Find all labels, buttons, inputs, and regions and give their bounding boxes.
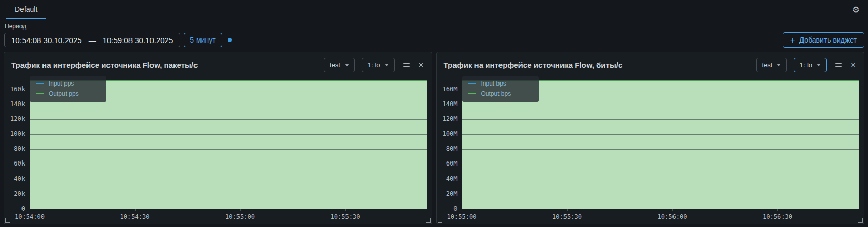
y-tick-label: 20k [14, 190, 25, 197]
x-tick-label: 10:54:00 [15, 213, 45, 220]
tab-label: Default [15, 5, 37, 13]
x-tick-label: 10:56:30 [763, 213, 792, 220]
panel-title: Трафик на интерфейсе источника Flow, бит… [444, 60, 749, 69]
y-tick-label: 120M [443, 115, 458, 122]
chevron-down-icon [777, 64, 781, 66]
gridline [30, 119, 427, 120]
y-tick-label: 160M [443, 86, 458, 93]
legend-item[interactable]: Output pps [36, 90, 98, 97]
plot-area[interactable]: Input bpsOutput bps [462, 80, 859, 209]
y-tick-label: 140M [443, 100, 458, 108]
gridline [30, 149, 427, 150]
y-tick-label: 100k [10, 130, 25, 137]
period-separator: — [89, 36, 96, 45]
gridline [30, 179, 427, 179]
panel-header: Трафик на интерфейсе источника Flow, пак… [4, 52, 432, 73]
y-tick-label: 0 [453, 205, 457, 212]
plot-area[interactable]: Input ppsOutput pps [30, 80, 427, 209]
gridline [462, 164, 859, 164]
gridline [30, 194, 427, 194]
gridline [462, 134, 859, 135]
legend-swatch-icon [36, 83, 44, 84]
legend-item[interactable]: Input bps [468, 80, 531, 87]
y-tick-label: 60k [14, 160, 25, 167]
x-axis-labels: 10:54:0010:54:3010:55:0010:55:3010:5 [30, 213, 427, 221]
source-select[interactable]: test [756, 58, 787, 72]
x-tick-mark [345, 209, 346, 211]
x-axis-labels: 10:55:0010:55:3010:56:0010:56:3010:5 [462, 213, 859, 221]
gridline [30, 105, 427, 105]
gridline [30, 134, 427, 135]
source-select-value: test [330, 61, 340, 69]
widget-panel-bps: Трафик на интерфейсе источника Flow, бит… [436, 52, 865, 224]
y-tick-label: 120k [10, 115, 25, 122]
chevron-down-icon [345, 64, 349, 66]
widget-panels: Трафик на интерфейсе источника Flow, пак… [0, 52, 868, 224]
interface-select[interactable]: 1: lo [794, 58, 827, 72]
gear-icon[interactable]: ⚙ [852, 5, 860, 15]
y-tick-label: 140k [10, 100, 25, 108]
resize-handle-bottom-right[interactable] [858, 218, 863, 223]
close-icon[interactable]: × [851, 60, 856, 69]
period-from: 10:54:08 30.10.2025 [11, 36, 82, 45]
drag-handle-icon[interactable] [835, 63, 842, 67]
source-select[interactable]: test [324, 58, 355, 72]
add-widget-label: Добавить виджет [799, 36, 857, 44]
y-tick-label: 80M [446, 145, 458, 152]
legend-label: Output pps [49, 90, 79, 97]
gridline [462, 105, 859, 105]
tabbar-spacer [46, 0, 852, 19]
x-axis-ticks [462, 209, 859, 211]
legend-swatch-icon [36, 93, 44, 94]
interface-select[interactable]: 1: lo [362, 58, 395, 72]
drag-handle-icon[interactable] [403, 63, 410, 67]
legend: Input bpsOutput bps [462, 76, 539, 102]
x-tick-label: 10:55:30 [552, 213, 582, 220]
resize-handle-bottom-left[interactable] [5, 218, 10, 223]
interface-select-value: 1: lo [799, 61, 812, 69]
x-tick-mark [135, 209, 136, 211]
x-tick-label: 10:55:30 [331, 213, 360, 220]
chevron-down-icon [385, 64, 389, 66]
toolbar: Период 10:54:08 30.10.2025 — 10:59:08 30… [0, 19, 868, 52]
resize-handle-bottom-right[interactable] [426, 218, 431, 223]
legend-item[interactable]: Input pps [36, 80, 98, 87]
y-tick-label: 60M [446, 160, 458, 167]
gridline [462, 119, 859, 120]
legend-label: Output bps [481, 90, 511, 97]
close-icon[interactable]: × [419, 60, 424, 69]
x-tick-mark [240, 209, 241, 211]
chevron-down-icon [817, 64, 821, 66]
period-label: Период [5, 23, 864, 30]
y-axis-labels: 160k140k120k100k80k60k40k20k0 [4, 80, 27, 209]
legend-swatch-icon [468, 93, 476, 94]
y-tick-label: 20M [446, 190, 458, 197]
x-axis-ticks [30, 209, 427, 211]
tab-default[interactable]: Default [6, 0, 46, 19]
resize-handle-bottom-left[interactable] [438, 218, 442, 223]
source-select-value: test [762, 61, 773, 69]
panel-title: Трафик на интерфейсе источника Flow, пак… [11, 60, 317, 69]
gridline [462, 194, 859, 194]
x-tick-label: 10:55:00 [447, 213, 477, 220]
y-tick-label: 80k [14, 145, 25, 152]
x-tick-mark [777, 209, 778, 211]
legend-swatch-icon [468, 83, 476, 84]
gridline [30, 164, 427, 164]
y-axis-labels: 160M140M120M100M80M60M40M20M0 [437, 80, 459, 209]
period-quick-button[interactable]: 5 минут [184, 33, 222, 47]
plus-icon: + [790, 36, 795, 45]
legend-item[interactable]: Output bps [468, 90, 531, 97]
x-tick-mark [672, 209, 673, 211]
period-range-input[interactable]: 10:54:08 30.10.2025 — 10:59:08 30.10.202… [4, 33, 180, 47]
y-tick-label: 40k [14, 175, 25, 182]
add-widget-button[interactable]: + Добавить виджет [783, 32, 864, 48]
widget-panel-pps: Трафик на интерфейсе источника Flow, пак… [4, 52, 432, 224]
legend-label: Input bps [481, 80, 506, 87]
controls-row: 10:54:08 30.10.2025 — 10:59:08 30.10.202… [4, 32, 864, 48]
chart-region: 160k140k120k100k80k60k40k20k0 Input ppsO… [4, 73, 432, 224]
y-tick-label: 40M [446, 175, 458, 182]
period-to: 10:59:08 30.10.2025 [103, 36, 173, 45]
y-tick-label: 0 [21, 205, 25, 212]
interface-select-value: 1: lo [367, 61, 380, 69]
